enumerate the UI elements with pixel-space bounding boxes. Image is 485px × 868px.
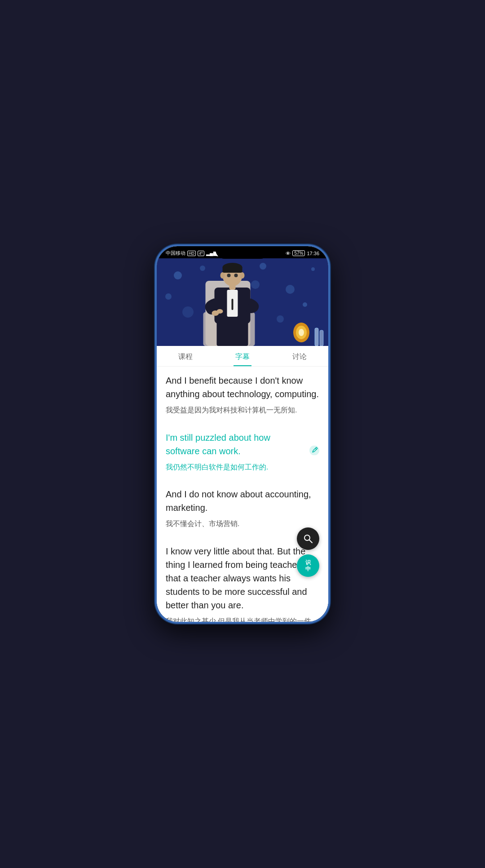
subtitle-english-4: I know very little about that. But the t… xyxy=(166,545,319,612)
subtitle-chinese-4: 我对此知之甚少.但是我从当老师中学到的一件 xyxy=(166,616,319,622)
eye-icon: 👁 xyxy=(286,251,291,256)
subtitle-block-2[interactable]: I'm still puzzled about how software can… xyxy=(166,424,319,481)
svg-point-10 xyxy=(220,272,225,279)
bokeh-9 xyxy=(165,293,172,300)
status-right: 👁 57% 17:36 xyxy=(286,250,319,256)
subtitle-english-2: I'm still puzzled about how software can… xyxy=(166,431,301,458)
subtitle-chinese-1: 我受益是因为我对科技和计算机一无所知. xyxy=(166,404,319,416)
svg-point-21 xyxy=(309,446,319,456)
side-button-volume-up[interactable] xyxy=(155,332,156,359)
lamp-decoration xyxy=(290,319,313,346)
tab-subtitle[interactable]: 字幕 xyxy=(214,346,271,366)
svg-rect-20 xyxy=(320,330,323,346)
side-button-mute[interactable] xyxy=(155,309,156,325)
svg-point-13 xyxy=(234,274,238,277)
subtitle-english-1: And I benefit because I don't know anyth… xyxy=(166,374,319,401)
fab-translate-button[interactable]: 识中 xyxy=(297,554,319,577)
subtitle-block-3[interactable]: And I do not know about accounting, mark… xyxy=(166,480,319,537)
svg-rect-9 xyxy=(223,267,242,273)
svg-point-11 xyxy=(240,272,245,279)
phone-frame: 中国移动 HD 4⁶ ▂▄▆█ 📶 0.00K/s 👁 57% 17:36 xyxy=(155,244,330,624)
tab-discussion[interactable]: 讨论 xyxy=(271,346,328,366)
bokeh-8 xyxy=(311,267,315,271)
svg-point-18 xyxy=(299,329,304,336)
video-player[interactable] xyxy=(157,258,328,346)
subtitle-english-3: And I do not know about accounting, mark… xyxy=(166,487,319,514)
network-hd-icon: HD xyxy=(187,251,196,256)
svg-rect-5 xyxy=(232,299,234,310)
water-bottles xyxy=(313,323,326,346)
fab-container: 识中 xyxy=(297,527,319,577)
subtitle-block-4[interactable]: I know very little about that. But the t… xyxy=(166,537,319,622)
tab-course[interactable]: 课程 xyxy=(157,346,214,366)
fab-translate-label: 识中 xyxy=(305,559,311,572)
subtitle-content[interactable]: And I benefit because I don't know anyth… xyxy=(157,367,328,622)
carrier-name: 中国移动 xyxy=(166,250,185,257)
tabs-bar: 课程 字幕 讨论 xyxy=(157,346,328,367)
edit-icon[interactable] xyxy=(309,446,319,458)
svg-point-22 xyxy=(304,535,310,540)
svg-rect-19 xyxy=(315,328,318,346)
side-button-power[interactable] xyxy=(329,332,330,370)
network-4g-icon: 4⁶ xyxy=(198,251,204,256)
phone-screen: 中国移动 HD 4⁶ ▂▄▆█ 📶 0.00K/s 👁 57% 17:36 xyxy=(157,246,328,622)
battery-icon: 57% xyxy=(292,250,305,256)
subtitle-chinese-2: 我仍然不明白软件是如何工作的. xyxy=(166,461,301,473)
subtitle-block-1[interactable]: And I benefit because I don't know anyth… xyxy=(166,367,319,424)
svg-line-23 xyxy=(309,540,312,543)
subtitle-chinese-3: 我不懂会计、市场营销. xyxy=(166,518,319,530)
phone-notch xyxy=(216,246,269,259)
svg-point-15 xyxy=(217,309,223,314)
side-button-volume-down[interactable] xyxy=(155,365,156,392)
svg-point-12 xyxy=(227,274,231,277)
fab-search-button[interactable] xyxy=(297,527,319,550)
speaker-figure xyxy=(192,258,304,346)
time-display: 17:36 xyxy=(307,251,319,256)
